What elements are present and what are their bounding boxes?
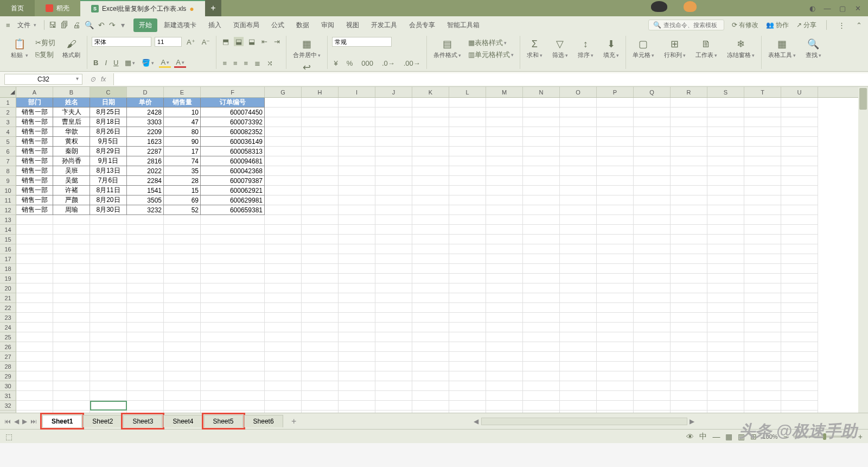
cell[interactable] [523, 332, 560, 342]
ribbon-tab-6[interactable]: 审阅 [316, 18, 340, 32]
cell[interactable]: 秦朗 [53, 147, 90, 156]
cell[interactable] [16, 313, 53, 323]
col-header-R[interactable]: R [671, 87, 707, 97]
cell[interactable] [597, 117, 634, 127]
row-header[interactable]: 12 [0, 205, 16, 215]
cell[interactable] [127, 264, 164, 274]
cell[interactable] [375, 342, 412, 352]
cell[interactable] [412, 205, 449, 215]
cell[interactable] [486, 215, 523, 225]
cell[interactable] [449, 186, 486, 195]
cell[interactable] [634, 195, 671, 205]
cell[interactable] [634, 342, 671, 352]
cell[interactable] [339, 108, 375, 117]
cell[interactable] [744, 195, 781, 205]
cell[interactable] [560, 108, 597, 117]
cell[interactable] [375, 98, 412, 108]
cell[interactable] [265, 195, 302, 205]
cell[interactable] [523, 313, 560, 323]
shrink-font-icon[interactable]: A⁻ [200, 37, 212, 47]
cell[interactable] [375, 186, 412, 195]
cell[interactable] [339, 137, 375, 147]
cell[interactable] [302, 362, 339, 371]
cell[interactable] [634, 362, 671, 371]
cell[interactable]: 600659381 [201, 205, 265, 215]
cell[interactable] [560, 117, 597, 127]
cell[interactable] [412, 244, 449, 254]
view-page-icon[interactable]: ▥ [738, 432, 745, 441]
ribbon-collapse-icon[interactable]: ⌃ [854, 21, 864, 30]
menu-more-icon[interactable]: ⋮ [837, 21, 847, 30]
cell[interactable] [597, 235, 634, 244]
cell[interactable] [707, 137, 744, 147]
cell[interactable] [449, 254, 486, 264]
cell[interactable] [671, 313, 707, 323]
cell[interactable] [597, 176, 634, 186]
cell[interactable] [634, 264, 671, 274]
cell[interactable] [744, 401, 781, 411]
cell[interactable] [302, 401, 339, 411]
cell[interactable]: 600042368 [201, 166, 265, 176]
cell[interactable] [560, 264, 597, 274]
cell[interactable] [201, 362, 265, 371]
cell[interactable] [265, 147, 302, 156]
cell[interactable] [302, 195, 339, 205]
cell[interactable] [671, 244, 707, 254]
row-header[interactable]: 8 [0, 166, 16, 176]
cell[interactable] [523, 186, 560, 195]
cell[interactable] [164, 293, 201, 303]
name-box[interactable]: C32 [4, 74, 82, 85]
cell[interactable] [339, 283, 375, 293]
col-header-S[interactable]: S [707, 87, 744, 97]
cell[interactable] [781, 332, 818, 342]
cell[interactable] [16, 411, 53, 413]
ribbon-tab-4[interactable]: 公式 [266, 18, 290, 32]
cell[interactable] [707, 117, 744, 127]
col-header-H[interactable]: H [302, 87, 339, 97]
cell[interactable] [339, 98, 375, 108]
cell[interactable] [16, 342, 53, 352]
cell[interactable] [53, 391, 90, 401]
cell[interactable] [302, 391, 339, 401]
cell[interactable] [671, 108, 707, 117]
cell[interactable]: 黄权 [53, 137, 90, 147]
cell[interactable] [375, 401, 412, 411]
cell[interactable]: 17 [164, 147, 201, 156]
cell[interactable] [781, 195, 818, 205]
cell[interactable] [523, 108, 560, 117]
cell[interactable] [127, 254, 164, 264]
cell[interactable] [201, 225, 265, 235]
cell[interactable] [164, 342, 201, 352]
cell[interactable] [412, 283, 449, 293]
cell[interactable] [302, 274, 339, 283]
cell[interactable] [201, 411, 265, 413]
cell[interactable] [560, 215, 597, 225]
cell[interactable] [671, 381, 707, 391]
cell[interactable] [302, 235, 339, 244]
cell[interactable] [16, 323, 53, 332]
cell[interactable] [412, 108, 449, 117]
cell[interactable] [53, 244, 90, 254]
cell[interactable] [781, 235, 818, 244]
cell[interactable] [671, 323, 707, 332]
zoom-in-icon[interactable]: + [858, 432, 863, 441]
ribbon-tab-0[interactable]: 开始 [133, 18, 157, 32]
share-link[interactable]: ↗ 分享 [796, 21, 816, 30]
cell[interactable] [486, 401, 523, 411]
cell[interactable] [744, 303, 781, 313]
cell[interactable] [523, 98, 560, 108]
cell[interactable] [201, 274, 265, 283]
cell[interactable] [265, 332, 302, 342]
cell[interactable] [523, 176, 560, 186]
cell[interactable] [744, 108, 781, 117]
cell[interactable] [127, 411, 164, 413]
cell[interactable] [375, 244, 412, 254]
cell[interactable] [339, 254, 375, 264]
cell[interactable] [412, 391, 449, 401]
cell[interactable] [523, 117, 560, 127]
cell[interactable] [201, 401, 265, 411]
cell[interactable] [744, 147, 781, 156]
cell[interactable] [412, 323, 449, 332]
cell[interactable] [671, 195, 707, 205]
cell[interactable] [339, 411, 375, 413]
